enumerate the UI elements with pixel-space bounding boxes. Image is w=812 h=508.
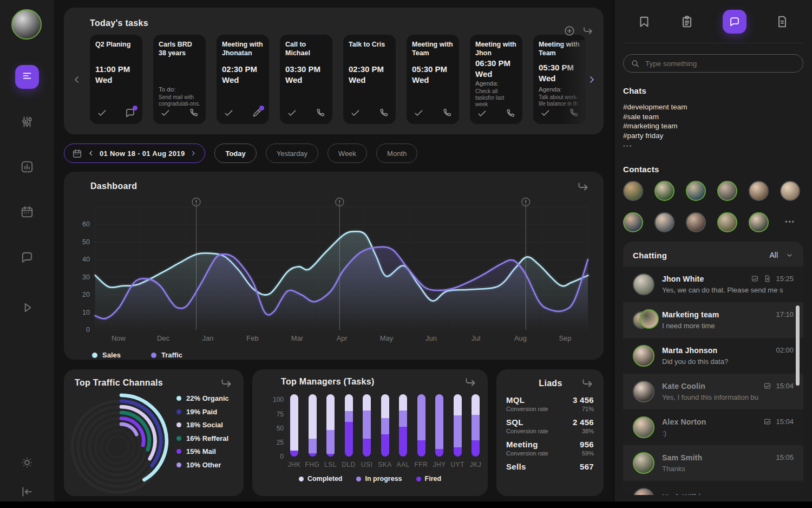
check-icon[interactable] <box>350 107 361 119</box>
contact-avatar[interactable] <box>686 181 706 201</box>
collapse-button[interactable] <box>20 485 34 499</box>
leads-export-button[interactable] <box>581 377 594 390</box>
search-input[interactable] <box>645 60 796 68</box>
tasks-title: Today's tasks <box>90 18 578 28</box>
sidebar-item-tasks[interactable] <box>15 65 39 89</box>
phone-icon[interactable] <box>441 107 453 119</box>
contact-avatar[interactable] <box>654 212 675 232</box>
sidebar-item-filters[interactable] <box>20 115 34 129</box>
tasks-next-button[interactable] <box>586 74 597 85</box>
bar-column[interactable]: FFR <box>417 394 425 457</box>
tasks-prev-button[interactable] <box>71 74 82 85</box>
check-icon[interactable] <box>413 107 424 119</box>
chat-list-item[interactable]: Marketing team17:10I need more time <box>623 302 803 338</box>
theme-toggle[interactable] <box>20 455 34 470</box>
contact-avatar[interactable] <box>717 212 737 232</box>
check-icon[interactable] <box>223 107 234 119</box>
traffic-export-button[interactable] <box>220 377 233 390</box>
chevron-left-icon[interactable] <box>87 149 95 157</box>
sidebar-item-media[interactable] <box>20 301 34 315</box>
bar-column[interactable]: DLD <box>345 394 353 457</box>
range-button-today[interactable]: Today <box>214 144 256 163</box>
bar-column[interactable]: LSL <box>326 394 335 457</box>
bar-column[interactable]: JHY <box>435 394 443 457</box>
bar-column[interactable]: JHK <box>290 394 298 457</box>
check-icon[interactable] <box>286 107 298 119</box>
bar-column[interactable]: AAL <box>399 394 407 457</box>
contact-avatar[interactable] <box>780 181 800 201</box>
equalizer-icon <box>20 121 34 131</box>
sidebar-item-messages[interactable] <box>20 250 34 264</box>
contact-avatar[interactable] <box>623 212 643 232</box>
bar-column[interactable]: UYT <box>454 394 462 457</box>
bar-column[interactable]: SKA <box>381 394 389 457</box>
pencil-icon[interactable] <box>251 107 263 119</box>
chat-list-item[interactable]: Marta Jhonson02:00Did you do this data? <box>623 338 803 374</box>
chatting-filter-dropdown[interactable]: All <box>769 251 794 259</box>
sidebar-item-calendar[interactable] <box>20 205 34 219</box>
chat-channel-link[interactable]: #party friday <box>623 131 803 141</box>
bar-column[interactable]: FHG <box>309 394 317 457</box>
task-card[interactable]: Meeting with Team05:30 PMWedAgenda:Talk … <box>533 35 586 124</box>
legend-item-sales: Sales <box>92 351 121 359</box>
tab-saved[interactable] <box>637 15 651 29</box>
contact-avatar[interactable] <box>717 181 737 201</box>
phone-icon[interactable] <box>315 107 326 119</box>
range-button-yestarday[interactable]: Yestarday <box>266 144 318 163</box>
contact-avatar[interactable] <box>749 212 769 232</box>
task-card[interactable]: Meeting with Jhonatan02:30 PMWed <box>217 35 269 124</box>
bar-segment-in-progress <box>309 439 317 453</box>
task-card[interactable]: Meeting with Team05:30 PMWed <box>407 35 459 124</box>
chat-channel-link[interactable]: #marketing team <box>623 121 803 131</box>
task-card[interactable]: Q2 Planing11:00 PMWed <box>90 35 142 124</box>
chat-channel-link[interactable]: #development team <box>623 102 803 112</box>
managers-export-button[interactable] <box>464 376 477 389</box>
task-title: Q2 Planing <box>95 40 137 64</box>
user-avatar[interactable] <box>11 9 42 40</box>
add-task-button[interactable] <box>564 25 575 37</box>
task-card[interactable]: Meeting with Jhon06:30 PMWedAgenda:Check… <box>470 35 522 124</box>
tab-tasks[interactable] <box>680 15 694 29</box>
phone-icon[interactable] <box>505 108 516 119</box>
chat-list-item[interactable]: Jhon White15:25Yes, we can do that. Plea… <box>623 266 803 302</box>
tab-chats[interactable] <box>723 10 746 34</box>
contact-avatar[interactable] <box>623 181 643 201</box>
check-icon[interactable] <box>476 108 488 119</box>
dashboard-export-button[interactable] <box>577 180 590 193</box>
right-panel: Chats #development team#sale team#market… <box>613 0 812 502</box>
traffic-legend-item: 15% Mail <box>176 447 229 455</box>
chat-list-item[interactable]: Sam Smith15:05Thanks <box>623 445 803 481</box>
phone-icon[interactable] <box>568 107 579 119</box>
contact-avatar[interactable] <box>749 181 769 201</box>
range-button-month[interactable]: Month <box>376 144 417 163</box>
contact-avatar[interactable] <box>686 212 706 232</box>
task-card[interactable]: Carls BRD 38 yearsTo do:Send mail with c… <box>153 35 206 124</box>
check-icon[interactable] <box>96 107 108 119</box>
bar-column[interactable]: JKJ <box>472 394 480 457</box>
task-card[interactable]: Talk to Cris02:30 PMWed <box>343 35 396 124</box>
check-icon[interactable] <box>160 107 171 119</box>
tasks-export-button[interactable] <box>582 25 594 37</box>
sidebar-item-statistics[interactable] <box>20 160 34 174</box>
chevron-right-icon[interactable] <box>189 149 197 157</box>
chatting-scrollbar[interactable] <box>796 305 800 386</box>
date-range-picker[interactable]: 01 Now 18 - 01 Aug 2019 <box>64 144 205 163</box>
range-button-week[interactable]: Week <box>328 144 367 163</box>
chats-more-button[interactable]: ••• <box>623 141 803 151</box>
contacts-more-button[interactable]: ••• <box>780 218 800 226</box>
phone-icon[interactable] <box>378 107 389 119</box>
chat-list-item[interactable]: Kate Coolin15:04Yes, I found this inform… <box>623 374 803 409</box>
contact-avatar[interactable] <box>654 181 675 201</box>
bar-column[interactable]: USI <box>363 394 371 457</box>
chat-icon[interactable] <box>125 107 136 119</box>
chat-channel-link[interactable]: #sale team <box>623 112 803 122</box>
tab-documents[interactable] <box>775 15 789 29</box>
chat-list-item[interactable]: Alex Norton15:04:) <box>623 409 803 445</box>
chat-list-item[interactable]: Mark Wilkinson10:25 <box>623 481 803 495</box>
check-icon[interactable] <box>540 107 551 119</box>
task-card[interactable]: Call to Michael03:30 PMWed <box>280 35 332 124</box>
chat-item-meta: 15:04 <box>763 418 794 426</box>
task-time: 02:30 PMWed <box>349 64 390 89</box>
chat-avatar <box>633 452 654 474</box>
phone-icon[interactable] <box>188 107 199 119</box>
